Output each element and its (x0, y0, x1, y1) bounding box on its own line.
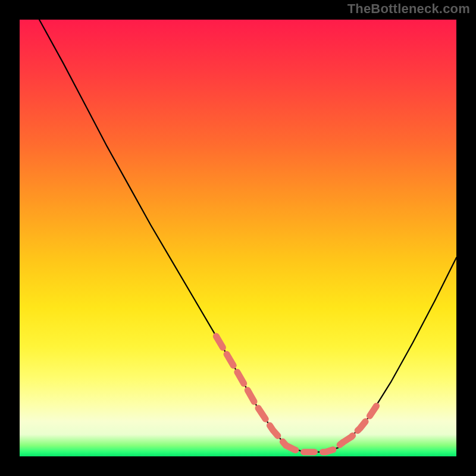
chart-frame: TheBottleneck.com (0, 0, 476, 476)
gradient-plot-area (20, 20, 456, 456)
watermark-text: TheBottleneck.com (347, 1, 470, 17)
